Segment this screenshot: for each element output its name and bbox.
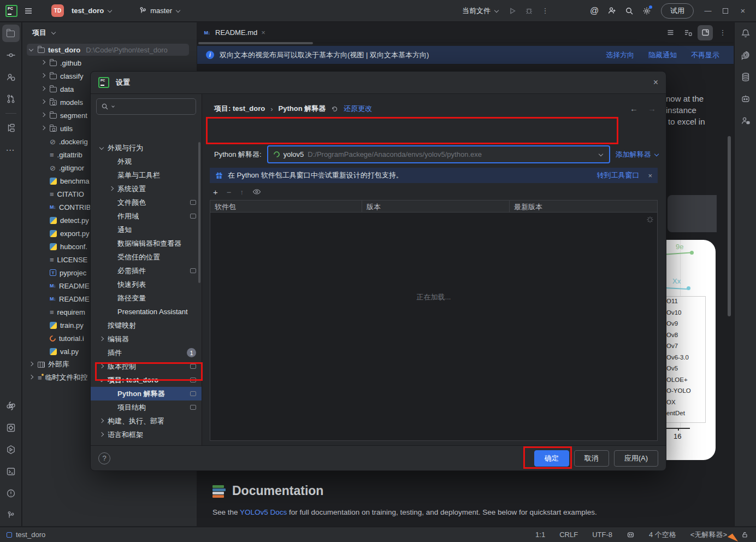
- encoding[interactable]: UTF-8: [592, 531, 612, 539]
- search-everywhere-icon[interactable]: [622, 3, 637, 19]
- settings-tree-item[interactable]: Python 解释器: [91, 387, 202, 400]
- settings-gear-icon[interactable]: [639, 3, 654, 19]
- ai-assistant-tool-icon[interactable]: [737, 90, 754, 108]
- ai-status-icon[interactable]: [627, 531, 635, 539]
- settings-tree-item[interactable]: 作用域: [91, 209, 202, 223]
- settings-tree-scrollbar[interactable]: [198, 142, 200, 283]
- install-package-icon[interactable]: +: [213, 187, 218, 197]
- ai-chat-icon[interactable]: [737, 46, 754, 64]
- settings-tree-item[interactable]: 版本控制: [91, 360, 202, 373]
- settings-tree-item[interactable]: 外观与行为: [91, 141, 202, 155]
- ai-assistant-icon[interactable]: @: [587, 3, 602, 19]
- project-tool-icon[interactable]: [2, 25, 20, 42]
- settings-tree-item[interactable]: 按键映射: [91, 319, 202, 332]
- settings-tree-item[interactable]: 必需插件: [91, 264, 202, 278]
- ok-button[interactable]: 确定: [534, 450, 569, 467]
- problems-tool-icon[interactable]: [2, 485, 20, 502]
- settings-tree-item[interactable]: 路径变量: [91, 291, 202, 305]
- commit-tool-icon[interactable]: [2, 46, 20, 64]
- more-actions-icon[interactable]: ⋮: [538, 3, 553, 19]
- goto-tool-window-link[interactable]: 转到工具窗口: [596, 170, 639, 180]
- settings-tree-item[interactable]: 文件颜色: [91, 196, 202, 209]
- database-tool-icon[interactable]: [737, 68, 754, 86]
- yolov5-docs-link[interactable]: YOLOv5 Docs: [240, 508, 287, 516]
- interpreter-dropdown[interactable]: yolov5 D:/ProgramPackege/Anaconda/envs/y…: [267, 145, 610, 163]
- services-tool-icon[interactable]: [2, 441, 20, 458]
- banner-link-direction[interactable]: 选择方向: [606, 50, 634, 60]
- lock-icon[interactable]: [741, 531, 748, 538]
- settings-tree-item[interactable]: 菜单与工具栏: [91, 168, 202, 182]
- branch-selector[interactable]: master: [134, 3, 185, 19]
- banner-link-hide[interactable]: 隐藏通知: [648, 50, 677, 60]
- project-tree-item[interactable]: .github: [22, 56, 197, 69]
- column-version[interactable]: 版本: [362, 201, 510, 212]
- settings-tree-item[interactable]: 构建、执行、部署: [91, 414, 202, 428]
- window-minimize-icon[interactable]: —: [700, 3, 716, 19]
- run-config-selector[interactable]: 当前文件: [458, 3, 504, 19]
- settings-tree-item[interactable]: 数据编辑器和查看器: [91, 237, 202, 250]
- settings-dialog-header: PC 设置 ×: [91, 72, 666, 93]
- pycharm-logo-icon[interactable]: PC: [5, 5, 17, 17]
- line-ending[interactable]: CRLF: [559, 531, 578, 539]
- column-package[interactable]: 软件包: [210, 201, 362, 212]
- project-tree-item[interactable]: test_doroD:\Code\Python\test_doro: [22, 43, 197, 56]
- settings-tree-item[interactable]: 外观: [91, 155, 202, 168]
- add-interpreter-link[interactable]: 添加解释器: [616, 150, 659, 160]
- readme-link-fragment[interactable]: instance: [666, 105, 696, 115]
- settings-tree-item[interactable]: 项目: test_doro: [91, 373, 202, 387]
- early-releases-eye-icon[interactable]: [252, 187, 261, 196]
- user-chat-icon[interactable]: [737, 112, 754, 129]
- python-console-icon[interactable]: [2, 419, 20, 437]
- settings-tree-item[interactable]: 插件1: [91, 346, 202, 360]
- notifications-bell-icon[interactable]: [737, 25, 754, 42]
- settings-tree-item[interactable]: 受信任的位置: [91, 250, 202, 264]
- caret-position[interactable]: 1:1: [535, 531, 545, 539]
- trial-button[interactable]: 试用: [661, 3, 694, 19]
- settings-tree-item[interactable]: 项目结构: [91, 400, 202, 414]
- tab-readme[interactable]: M↓ README.md ×: [197, 22, 271, 43]
- settings-tree-item[interactable]: 工具: [91, 441, 202, 445]
- revert-changes-link[interactable]: 还原更改: [344, 104, 372, 114]
- interpreter-status[interactable]: <无解释器>: [690, 530, 727, 540]
- banner-close-icon[interactable]: ×: [648, 172, 652, 180]
- settings-tree-item[interactable]: 编辑器: [91, 332, 202, 346]
- pull-requests-icon[interactable]: [2, 90, 20, 108]
- settings-tree-item[interactable]: 语言和框架: [91, 428, 202, 441]
- back-arrow-icon[interactable]: ←: [630, 104, 638, 113]
- settings-tree-item[interactable]: 快速列表: [91, 278, 202, 291]
- window-maximize-icon[interactable]: [718, 3, 733, 19]
- tab-close-icon[interactable]: ×: [261, 28, 265, 37]
- editor-kebab-icon[interactable]: ⋮: [715, 25, 730, 40]
- cancel-button[interactable]: 取消: [574, 450, 609, 467]
- help-icon[interactable]: ?: [98, 452, 110, 464]
- breadcrumb-project[interactable]: 项目: test_doro: [214, 104, 265, 114]
- editor-split-icon[interactable]: [680, 25, 695, 40]
- statusbar-project[interactable]: test_doro: [7, 531, 45, 539]
- more-tool-windows-icon[interactable]: ⋯: [2, 141, 20, 158]
- editor-preview-icon[interactable]: [698, 25, 713, 40]
- contact-support-icon[interactable]: ?: [2, 68, 20, 86]
- settings-tree-item[interactable]: 通知: [91, 223, 202, 237]
- terminal-tool-icon[interactable]: [2, 463, 20, 480]
- apply-button[interactable]: 应用(A): [614, 450, 658, 467]
- indent-setting[interactable]: 4 个空格: [649, 530, 676, 540]
- column-latest[interactable]: 最新版本: [510, 201, 657, 212]
- tab-scrollbar[interactable]: [198, 42, 313, 44]
- dialog-close-icon[interactable]: ×: [653, 78, 658, 87]
- run-icon[interactable]: [505, 3, 520, 19]
- settings-tree-item[interactable]: 系统设置: [91, 182, 202, 196]
- version-control-tool-icon[interactable]: [2, 506, 20, 524]
- python-packages-icon[interactable]: [2, 397, 20, 415]
- project-selector[interactable]: test_doro: [67, 3, 117, 19]
- project-panel-header[interactable]: 项目: [22, 22, 197, 43]
- editor-scrollbar[interactable]: [728, 136, 731, 316]
- window-close-icon[interactable]: ×: [735, 3, 751, 19]
- main-menu-icon[interactable]: [21, 3, 36, 19]
- settings-tree-item[interactable]: Presentation Assistant: [91, 305, 202, 319]
- settings-search[interactable]: [96, 98, 196, 115]
- structure-tool-icon[interactable]: [2, 119, 20, 137]
- editor-list-icon[interactable]: [663, 25, 678, 40]
- banner-link-dismiss[interactable]: 不再显示: [691, 50, 719, 60]
- code-with-me-icon[interactable]: [604, 3, 619, 19]
- debug-icon[interactable]: [521, 3, 536, 19]
